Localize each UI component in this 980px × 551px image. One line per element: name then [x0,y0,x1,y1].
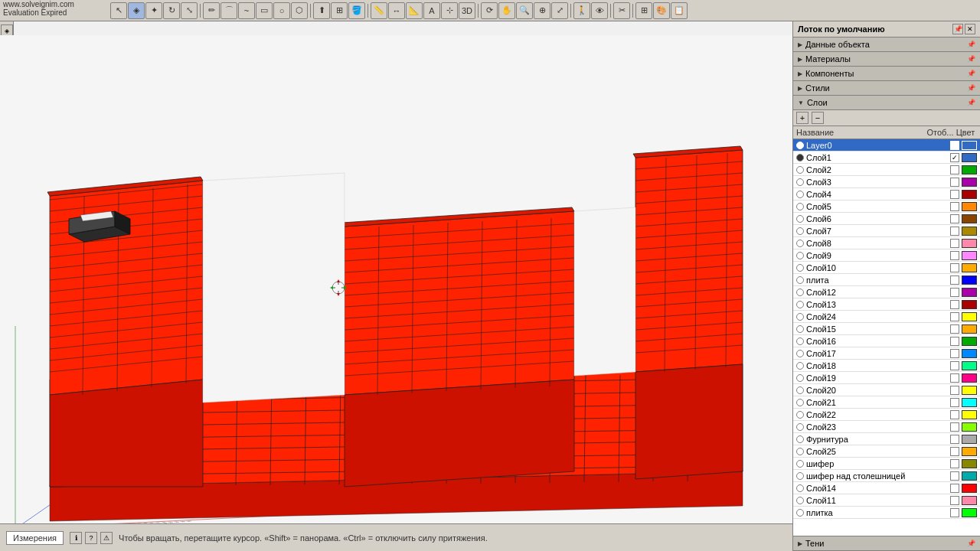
layer-check-sloi25[interactable] [950,447,959,456]
layer-item-sloi25[interactable]: Слой25 [793,445,980,458]
layer-item-sloi14[interactable]: Слой14 [793,482,980,494]
layer-radio-sloi14[interactable] [796,484,804,492]
layer-color-sloi15[interactable] [962,324,977,334]
section-components-pin[interactable]: 📌 [966,69,975,78]
canvas-area[interactable]: ◈ [0,21,792,551]
layer-radio-sloi22[interactable] [796,411,804,419]
layer-item-plitka[interactable]: плитка [793,507,980,519]
layer-check-shifer[interactable] [950,459,959,468]
layer-color-sloi24[interactable] [962,312,977,321]
section-layers-pin[interactable]: 📌 [966,98,975,107]
layer-radio-sloi19[interactable] [796,374,804,382]
layer-radio-sloi9[interactable] [796,252,804,259]
layer-check-plita[interactable] [950,276,959,285]
layer-color-sloi22[interactable] [962,410,977,419]
layer-item-sloi18[interactable]: Слой18 [793,360,980,372]
tool-arrow[interactable]: ↖ [110,2,127,19]
section-shadows[interactable]: ▶ Тени 📌 [793,536,980,551]
layer-check-shifer2[interactable] [950,471,959,481]
panel-pin-btn[interactable]: 📌 [952,24,963,34]
layer-color-sloi18[interactable] [962,361,977,370]
layer-check-sloi14[interactable] [950,484,959,493]
tool-offset[interactable]: ⊞ [331,2,348,19]
layer-check-sloi9[interactable] [950,251,959,260]
layer-check-sloi11[interactable] [950,496,959,505]
layer-radio-sloi1[interactable] [796,154,804,161]
layer-item-sloi15[interactable]: Слой15 [793,323,980,335]
layer-color-sloi5[interactable] [962,202,977,211]
tool-rotate[interactable]: ↻ [163,2,180,19]
info-icon[interactable]: ℹ [70,532,82,544]
layer-radio-furnitura[interactable] [796,435,804,443]
layer-check-furnitura[interactable] [950,435,959,444]
section-shadows-pin[interactable]: 📌 [966,539,975,548]
layer-check-sloi13[interactable] [950,300,959,309]
layer-item-sloi19[interactable]: Слой19 [793,372,980,384]
layer-check-sloi17[interactable] [950,349,959,358]
layer-color-plita[interactable] [962,276,977,285]
layer-item-sloi1[interactable]: Слой1✓ [793,152,980,164]
layer-color-sloi19[interactable] [962,373,977,383]
section-layers[interactable]: ▼ Слои 📌 [793,96,980,110]
layer-item-sloi20[interactable]: Слой20 [793,384,980,396]
layers-list[interactable]: Layer0Слой1✓Слой2Слой3Слой4Слой5Слой6Сло… [793,139,980,536]
layer-check-sloi8[interactable] [950,239,959,248]
layer-item-sloi22[interactable]: Слой22 [793,409,980,421]
layer-item-sloi12[interactable]: Слой12 [793,286,980,298]
layer-radio-sloi7[interactable] [796,227,804,235]
layer-item-sloi21[interactable]: Слой21 [793,396,980,409]
tool-orbit[interactable]: ⟳ [481,2,498,19]
layer-check-sloi7[interactable] [950,227,959,236]
layer-check-sloi18[interactable] [950,361,959,370]
tool-circle[interactable]: ○ [273,2,290,19]
layer-radio-sloi5[interactable] [796,203,804,210]
layer-check-sloi4[interactable] [950,190,959,199]
layer-item-layer0[interactable]: Layer0 [793,139,980,152]
tool-paint[interactable]: 🪣 [348,2,365,19]
layer-radio-sloi20[interactable] [796,386,804,394]
tool-dimension[interactable]: ↔ [388,2,405,19]
tool-pan[interactable]: ✋ [498,2,515,19]
tool-axes[interactable]: ⊹ [441,2,458,19]
layer-radio-sloi18[interactable] [796,362,804,370]
tool-component[interactable]: ⊞ [635,2,652,19]
layer-item-sloi5[interactable]: Слой5 [793,201,980,213]
layer-color-sloi17[interactable] [962,349,977,358]
layer-color-furnitura[interactable] [962,435,977,444]
layer-check-sloi16[interactable] [950,337,959,346]
layer-radio-sloi24[interactable] [796,313,804,321]
layer-item-sloi3[interactable]: Слой3 [793,176,980,188]
measurement-box[interactable]: Измерения [6,531,64,545]
layer-radio-shifer2[interactable] [796,472,804,480]
layer-color-sloi1[interactable] [962,153,977,162]
layer-item-sloi17[interactable]: Слой17 [793,347,980,360]
layer-radio-layer0[interactable] [796,142,804,149]
layer-check-sloi20[interactable] [950,386,959,395]
add-layer-btn[interactable]: + [796,112,808,124]
tool-zoomextents[interactable]: ⤢ [551,2,568,19]
layer-check-sloi24[interactable] [950,312,959,321]
layer-item-plita[interactable]: плита [793,274,980,286]
layer-radio-plitka[interactable] [796,509,804,517]
layer-radio-sloi12[interactable] [796,289,804,296]
layer-color-sloi4[interactable] [962,190,977,199]
layer-check-sloi15[interactable] [950,324,959,334]
layer-item-sloi4[interactable]: Слой4 [793,188,980,201]
section-data-pin[interactable]: 📌 [966,40,975,49]
layer-check-sloi6[interactable] [950,214,959,223]
layer-color-sloi16[interactable] [962,337,977,346]
layer-color-plitka[interactable] [962,508,977,517]
layer-check-sloi10[interactable] [950,263,959,272]
layer-color-shifer[interactable] [962,459,977,468]
tool-protractor[interactable]: 📐 [406,2,423,19]
help-icon[interactable]: ? [85,532,97,544]
layer-check-sloi22[interactable] [950,410,959,419]
layer-radio-sloi17[interactable] [796,350,804,357]
layer-radio-sloi3[interactable] [796,178,804,186]
layer-color-sloi13[interactable] [962,300,977,309]
tool-freehand[interactable]: ~ [238,2,255,19]
tool-polygon[interactable]: ⬡ [291,2,308,19]
layer-color-sloi6[interactable] [962,214,977,223]
layer-check-sloi12[interactable] [950,288,959,297]
layer-radio-sloi15[interactable] [796,325,804,333]
